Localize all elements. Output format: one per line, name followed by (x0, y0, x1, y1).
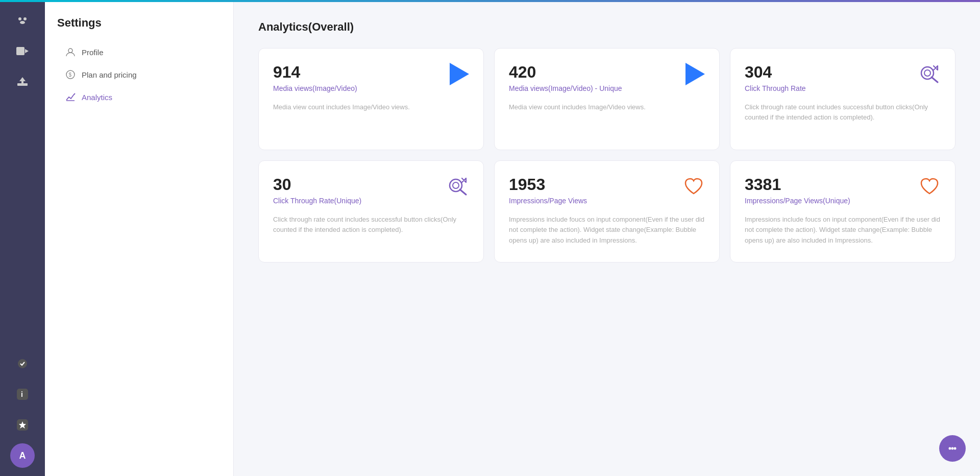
svg-point-25 (954, 447, 957, 450)
info-icon-btn[interactable]: i (10, 382, 35, 407)
card-desc-2: Click through rate count includes succes… (745, 102, 941, 124)
ctr-icon-1 (447, 175, 469, 202)
svg-text:$: $ (69, 72, 72, 78)
svg-rect-5 (17, 83, 28, 86)
analytics-grid: 914 Media views(Image/Video) Media view … (258, 48, 955, 263)
card-media-views: 914 Media views(Image/Video) Media view … (258, 48, 484, 150)
svg-line-21 (460, 189, 466, 195)
card-desc-1: Media view count includes Image/Video vi… (509, 102, 705, 113)
sidebar-title: Settings (57, 16, 221, 30)
card-label-0: Media views(Image/Video) (273, 84, 469, 94)
svg-point-12 (68, 49, 72, 53)
card-label-5: Impressions/Page Views(Unique) (745, 196, 941, 206)
analytics-icon (65, 92, 76, 102)
play-icon-0 (450, 63, 469, 85)
card-label-4: Impressions/Page Views (509, 196, 705, 206)
sidebar-item-profile[interactable]: Profile (57, 42, 221, 62)
person-icon (65, 47, 76, 57)
sidebar-item-plan[interactable]: $ Plan and pricing (57, 64, 221, 85)
sidebar-item-analytics[interactable]: Analytics (57, 87, 221, 107)
page-title: Analytics(Overall) (258, 20, 955, 34)
svg-point-7 (18, 359, 27, 368)
icon-bar: i A (0, 0, 45, 476)
svg-point-24 (951, 447, 954, 450)
face-icon-btn[interactable] (10, 8, 35, 33)
star-icon-btn[interactable] (10, 413, 35, 437)
profile-label: Profile (82, 48, 104, 57)
card-number-2: 304 (745, 63, 941, 82)
analytics-label: Analytics (82, 93, 112, 102)
svg-point-0 (18, 17, 21, 20)
play-icon-1 (685, 63, 705, 85)
dollar-circle-icon: $ (65, 69, 76, 80)
card-label-3: Click Through Rate(Unique) (273, 196, 469, 206)
svg-point-20 (453, 182, 459, 188)
upload-icon-btn[interactable] (10, 69, 35, 94)
card-label-1: Media views(Image/Video) - Unique (509, 84, 705, 94)
card-desc-5: Impressions include foucs on input compo… (745, 215, 941, 246)
card-number-3: 30 (273, 175, 469, 194)
svg-text:i: i (21, 390, 23, 398)
heart-icon-1 (918, 175, 941, 202)
card-number-4: 1953 (509, 175, 705, 194)
card-label-2: Click Through Rate (745, 84, 941, 94)
svg-point-23 (949, 447, 951, 450)
card-media-views-unique: 420 Media views(Image/Video) - Unique Me… (494, 48, 720, 150)
sidebar-nav: Profile $ Plan and pricing Analytics (57, 42, 221, 107)
svg-point-2 (20, 21, 25, 24)
card-desc-4: Impressions include foucs on input compo… (509, 215, 705, 246)
pen-icon-btn[interactable] (10, 351, 35, 376)
card-desc-3: Click through rate count includes succes… (273, 215, 469, 236)
top-accent-bar (0, 0, 980, 2)
card-number-5: 3381 (745, 175, 941, 194)
ctr-icon-0 (918, 63, 941, 90)
svg-rect-3 (16, 47, 24, 55)
heart-icon-0 (682, 175, 705, 202)
card-number-1: 420 (509, 63, 705, 82)
plan-label: Plan and pricing (82, 70, 137, 79)
svg-point-17 (924, 70, 930, 76)
card-ctr: 304 Click Through Rate Click through rat… (730, 48, 955, 150)
svg-marker-4 (25, 49, 29, 53)
svg-marker-6 (19, 77, 26, 83)
card-desc-0: Media view count includes Image/Video vi… (273, 102, 469, 113)
user-avatar[interactable]: A (10, 443, 35, 468)
svg-line-18 (932, 77, 938, 82)
sidebar: Settings Profile $ Plan and pricing (45, 0, 234, 476)
svg-point-1 (23, 17, 27, 20)
video-icon-btn[interactable] (10, 39, 35, 63)
card-impressions: 1953 Impressions/Page Views Impressions … (494, 160, 720, 263)
card-number-0: 914 (273, 63, 469, 82)
chat-bubble-button[interactable] (939, 435, 966, 462)
main-content: Analytics(Overall) 914 Media views(Image… (234, 0, 980, 476)
card-impressions-unique: 3381 Impressions/Page Views(Unique) Impr… (730, 160, 955, 263)
card-ctr-unique: 30 Click Through Rate(Unique) Click thro… (258, 160, 484, 263)
